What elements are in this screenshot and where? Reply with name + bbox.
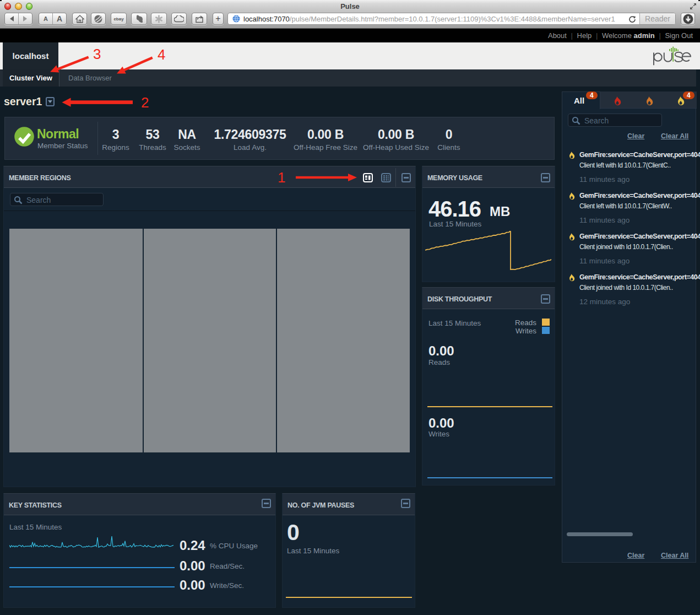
svg-text:A: A	[44, 15, 48, 22]
svg-text:A: A	[57, 14, 62, 23]
svg-text:2: 2	[141, 94, 149, 111]
